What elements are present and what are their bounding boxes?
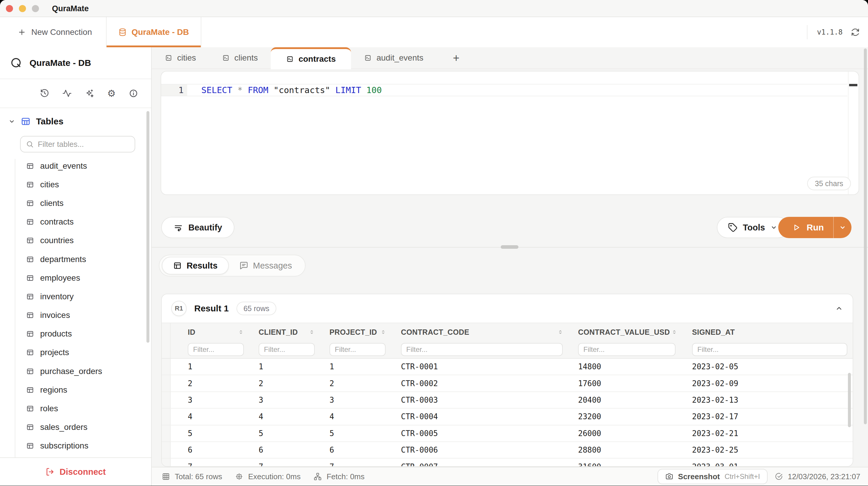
table-name: clients <box>40 199 63 208</box>
minimize-window-button[interactable] <box>19 5 26 12</box>
table-row[interactable]: 777CTR-0007316002023-03-01 <box>162 459 852 467</box>
sql-token <box>330 85 335 95</box>
divider <box>807 25 807 39</box>
column-filter-input[interactable] <box>692 343 847 356</box>
sql-editor[interactable]: 1 SELECT * FROM "contracts" LIMIT 100 35… <box>161 71 859 195</box>
result-badge: R1 <box>171 301 187 316</box>
sidebar-table-item[interactable]: subscriptions <box>0 437 147 455</box>
sort-icon[interactable] <box>238 328 244 336</box>
refresh-icon[interactable] <box>851 28 860 37</box>
sql-code-line: SELECT * FROM "contracts" LIMIT 100 <box>187 85 382 96</box>
tables-list: audit_eventscitiesclientscontractscountr… <box>0 156 147 457</box>
sidebar-table-item[interactable]: countries <box>0 231 147 250</box>
sort-icon[interactable] <box>380 328 386 336</box>
column-header-PROJECT_ID[interactable]: PROJECT_ID <box>323 328 395 337</box>
cell: 1 <box>252 362 323 371</box>
sql-token <box>361 85 366 95</box>
table-name: invoices <box>40 311 70 320</box>
disconnect-button[interactable]: Disconnect <box>0 457 151 486</box>
cell: 2023-02-17 <box>686 412 852 421</box>
run-button[interactable]: Run <box>778 223 833 232</box>
sparkles-icon[interactable] <box>85 89 94 98</box>
result-scrollbar[interactable] <box>848 373 851 427</box>
cell: 6 <box>323 446 395 454</box>
run-options-button[interactable] <box>834 224 851 231</box>
app-version: v1.1.8 <box>817 28 843 36</box>
sort-icon[interactable] <box>557 328 563 336</box>
sort-icon[interactable] <box>671 328 677 336</box>
play-icon <box>792 223 801 232</box>
query-tab-audit_events[interactable]: audit_events <box>351 47 436 68</box>
table-icon <box>26 386 34 394</box>
sort-icon[interactable] <box>309 328 315 336</box>
table-row[interactable]: 111CTR-0001148002023-02-05 <box>162 359 852 375</box>
new-connection-button[interactable]: New Connection <box>0 17 106 47</box>
sidebar-table-item[interactable]: roles <box>0 399 147 418</box>
row-gutter <box>162 459 170 467</box>
table-row[interactable]: 444CTR-0004232002023-02-17 <box>162 408 852 425</box>
sidebar-table-item[interactable]: sales_orders <box>0 418 147 437</box>
table-row[interactable]: 333CTR-0003204002023-02-13 <box>162 392 852 408</box>
close-window-button[interactable] <box>6 5 13 12</box>
info-icon[interactable] <box>129 89 138 98</box>
sidebar-table-item[interactable]: cities <box>0 175 147 194</box>
cell: 7 <box>252 462 323 467</box>
column-header-CONTRACT_VALUE_USD[interactable]: CONTRACT_VALUE_USD <box>571 328 686 337</box>
sidebar-table-item[interactable]: purchase_orders <box>0 362 147 380</box>
sidebar-table-item[interactable]: regions <box>0 380 147 399</box>
screenshot-shortcut: Ctrl+Shift+I <box>724 473 760 481</box>
sidebar-table-item[interactable]: clients <box>0 194 147 212</box>
result-rows: 111CTR-0001148002023-02-05222CTR-0002176… <box>162 359 852 467</box>
sidebar-table-item[interactable]: invoices <box>0 306 147 325</box>
history-icon[interactable] <box>40 89 49 98</box>
tab-messages[interactable]: Messages <box>229 257 303 275</box>
sidebar-table-item[interactable]: projects <box>0 343 147 362</box>
query-tab-clients[interactable]: clients <box>209 47 271 68</box>
query-tab-cities[interactable]: cities <box>152 47 209 68</box>
query-tab-contracts[interactable]: contracts <box>271 47 351 69</box>
sidebar-table-item[interactable]: audit_events <box>0 156 147 175</box>
column-header-SIGNED_AT[interactable]: SIGNED_AT <box>686 328 852 337</box>
resize-drag-handle[interactable] <box>501 245 519 249</box>
new-query-tab-button[interactable]: + <box>441 47 471 68</box>
quramate-window: QuraMate New Connection QuraMate - DB v1… <box>0 0 868 486</box>
column-header-ID[interactable]: ID <box>170 328 252 337</box>
sidebar-table-item[interactable]: contracts <box>0 213 147 231</box>
sidebar-scrollbar[interactable] <box>147 111 149 343</box>
sidebar-table-item[interactable]: inventory <box>0 287 147 306</box>
column-filter-input[interactable] <box>401 343 563 356</box>
collapse-result-button[interactable] <box>835 304 843 313</box>
table-row[interactable]: 555CTR-0005260002023-02-21 <box>162 425 852 442</box>
table-row[interactable]: 222CTR-0002176002023-02-09 <box>162 375 852 392</box>
activity-icon[interactable] <box>62 89 72 98</box>
tables-section-header[interactable]: Tables <box>0 108 151 126</box>
table-icon <box>26 423 34 431</box>
column-filter-input[interactable] <box>578 343 676 356</box>
filter-tables-input[interactable] <box>38 140 129 149</box>
screenshot-button[interactable]: Screenshot Ctrl+Shift+I <box>657 469 768 484</box>
main-area: citiesclientscontractsaudit_events+ 1 SE… <box>152 47 868 486</box>
column-filter-input[interactable] <box>259 343 315 356</box>
table-row[interactable]: 666CTR-0006288002023-02-25 <box>162 442 852 459</box>
beautify-button[interactable]: Beautify <box>161 217 235 238</box>
cell: CTR-0001 <box>395 362 571 371</box>
sidebar-table-item[interactable]: employees <box>0 268 147 287</box>
zoom-window-button[interactable] <box>32 5 39 12</box>
tab-results[interactable]: Results <box>162 257 229 275</box>
column-filter-input[interactable] <box>188 343 244 356</box>
settings-gear-icon[interactable]: ⚙ <box>107 89 116 98</box>
column-header-CONTRACT_CODE[interactable]: CONTRACT_CODE <box>395 328 571 337</box>
sidebar-table-item[interactable]: suppliers <box>0 455 147 457</box>
column-header-CLIENT_ID[interactable]: CLIENT_ID <box>252 328 323 337</box>
window-scrollbar[interactable] <box>864 49 867 424</box>
status-total-label: Total: 65 rows <box>175 472 222 481</box>
terminal-icon <box>364 54 372 62</box>
sidebar-table-item[interactable]: products <box>0 325 147 343</box>
sidebar-table-item[interactable]: departments <box>0 250 147 268</box>
connection-tab-active[interactable]: QuraMate - DB <box>106 17 200 47</box>
check-circle-icon <box>775 473 783 481</box>
tools-button[interactable]: Tools <box>717 217 788 238</box>
table-icon <box>26 218 34 226</box>
filter-tables-field[interactable] <box>20 136 135 152</box>
column-filter-input[interactable] <box>330 343 385 356</box>
